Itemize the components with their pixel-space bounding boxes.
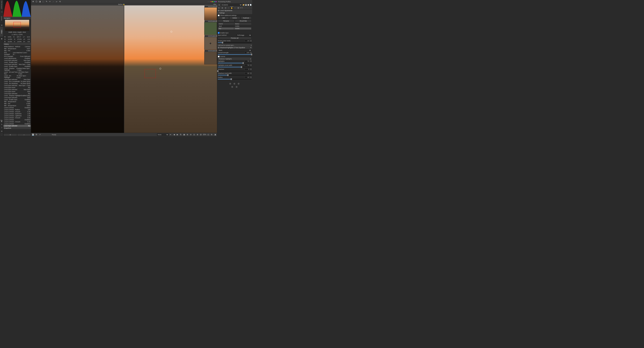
add-detail-icon[interactable]: ⊕ bbox=[186, 133, 189, 136]
close-icon[interactable]: ✕ bbox=[216, 36, 217, 37]
zoom-in-icon[interactable]: ⊕ bbox=[209, 21, 210, 22]
history-row[interactable]: Local - Shadow HighlightEnabled (New Spo… bbox=[3, 68, 31, 71]
tab-file-browser[interactable]: File Browser bbox=[0, 0, 3, 10]
snapshot-add-button[interactable]: + bbox=[3, 134, 17, 136]
history-row[interactable]: Local - Enable SpotEnabled bbox=[3, 62, 31, 64]
profile-save-icon[interactable]: 💾 bbox=[245, 4, 247, 6]
zoom-out-icon[interactable]: ⊖ bbox=[208, 50, 209, 52]
history-row[interactable]: PP3 changedFrom clipboard bbox=[3, 55, 31, 57]
shadows-value[interactable]: 0 bbox=[244, 68, 250, 70]
zoom-100-icon[interactable]: ⊡ bbox=[211, 21, 212, 22]
h-tonal-slider[interactable] bbox=[218, 67, 252, 68]
new-detail-window-icon[interactable]: ⧉ bbox=[210, 133, 213, 136]
highlights-value[interactable]: 75 bbox=[244, 60, 250, 62]
zoom-in-icon[interactable]: ⊕ bbox=[209, 50, 210, 52]
tab-transform-icon[interactable]: ⬚ bbox=[234, 6, 236, 9]
straighten-icon[interactable]: ⟋ bbox=[52, 0, 54, 3]
help-icon[interactable]: ? bbox=[0, 126, 3, 130]
history-row[interactable]: WB - Tint0.850 bbox=[3, 50, 31, 52]
shadows-slider[interactable] bbox=[218, 71, 252, 72]
hand-tool-icon[interactable]: ✥ bbox=[32, 0, 34, 3]
history-row[interactable]: PP3 changedAuto-Matched Curve - IS... bbox=[3, 52, 31, 55]
history-row[interactable]: Local Contrast - Amount0.15 bbox=[3, 121, 31, 123]
metadata-icon[interactable]: ✎ bbox=[0, 123, 3, 126]
fullscreen-icon[interactable]: ⛶ bbox=[0, 133, 3, 136]
close-icon[interactable]: ✕ bbox=[216, 21, 217, 22]
wb-picker-icon[interactable]: ✎ bbox=[45, 0, 48, 3]
spot-row[interactable]: skyVisible bbox=[218, 28, 251, 30]
save-icon[interactable]: 💾 bbox=[32, 133, 34, 136]
history-row[interactable]: White Balance - MethodCamera bbox=[3, 46, 31, 48]
snapshot-delete-button[interactable]: − bbox=[17, 134, 31, 136]
show-additional-checkbox[interactable] bbox=[218, 14, 220, 16]
add-tool-expander[interactable]: Add tool to current spot...▾ bbox=[217, 44, 252, 46]
overall-value[interactable]: 100 bbox=[244, 52, 250, 54]
zoom-in-icon[interactable]: ⊕ bbox=[196, 133, 199, 136]
crop-icon[interactable]: ✂ bbox=[48, 0, 51, 3]
zoom-out-icon[interactable]: ⊖ bbox=[190, 133, 192, 136]
history-row[interactable]: Local Spot selectedNew Spot bbox=[3, 59, 31, 62]
tab-exposure-icon[interactable]: ◐ bbox=[218, 6, 220, 9]
s-tonal-slider[interactable] bbox=[218, 75, 252, 76]
history-row[interactable]: Local ContrastEnabled bbox=[3, 123, 31, 125]
aperture-icon[interactable]: ◉ bbox=[0, 37, 3, 40]
detail-window-1[interactable]: ⊖⊕⊡100%✕ bbox=[204, 8, 217, 20]
rotate-icon[interactable]: ⟲ bbox=[58, 0, 61, 3]
close-icon[interactable]: ✕ bbox=[216, 50, 217, 52]
shadows-highlights-expander[interactable]: Shadows Highlights▾ bbox=[218, 58, 252, 60]
profile-select[interactable]: (Custom) bbox=[221, 4, 242, 6]
history-row[interactable]: Local - Enable SpotEnabled bbox=[3, 98, 31, 101]
history-row[interactable]: WB - Temperature5400 bbox=[3, 101, 31, 103]
tab-meta-icon[interactable]: META bbox=[240, 6, 243, 9]
preferences-icon[interactable]: ⚙ bbox=[0, 130, 3, 133]
history-row[interactable]: Local Spot nameland bbox=[3, 90, 31, 92]
rename-button[interactable]: Rename bbox=[218, 20, 234, 22]
spot-method-select[interactable]: Full image bbox=[236, 34, 252, 36]
zoom-out-icon[interactable]: ⊖ bbox=[208, 6, 209, 8]
sync-icon[interactable]: ⇅ bbox=[180, 133, 182, 136]
info-icon[interactable]: ⓘ bbox=[35, 0, 38, 3]
zoom-fit-icon[interactable]: ⊡ bbox=[193, 133, 196, 136]
history-row[interactable]: Local - Shadow HighlightEnabled (sky) bbox=[3, 94, 31, 96]
power-icon[interactable]: ⏻ bbox=[218, 10, 219, 12]
zoom-out-icon[interactable]: ⊖ bbox=[208, 36, 209, 37]
settings-header[interactable]: Settings bbox=[217, 12, 252, 14]
sh-tool-header[interactable]: ⏻ Shadows/Highlights & Tone Equalizer ✕ bbox=[217, 46, 252, 49]
navigator-thumbnail[interactable] bbox=[5, 20, 29, 31]
color-labels[interactable] bbox=[208, 1, 218, 2]
s-tonal-value[interactable]: 30 bbox=[244, 72, 250, 74]
history-row[interactable]: Local ContrastEnabled bbox=[3, 119, 31, 121]
history-row[interactable]: Local - SH Highlight75 (New Spot - Copy) bbox=[3, 75, 31, 78]
history-row[interactable]: Local Spot selectedNew Spot bbox=[3, 88, 31, 90]
history-row[interactable]: Local Spot selectedNew Spot - Copy bbox=[3, 64, 31, 66]
zoom-in-icon[interactable]: ⊕ bbox=[209, 36, 210, 37]
close-icon[interactable]: ✕ bbox=[216, 6, 217, 8]
history-row[interactable]: WB - Tint0.830 bbox=[3, 103, 31, 105]
nav-next-icon[interactable]: ▶ bbox=[176, 133, 179, 136]
history-row[interactable]: Local - SH H tonalwidth70 (New Spot) bbox=[3, 80, 31, 82]
history-row[interactable]: WB - Temperature5300 bbox=[3, 105, 31, 107]
tab-editor[interactable]: Editor bbox=[0, 27, 3, 37]
history-row[interactable]: Local Spot namesky bbox=[3, 86, 31, 88]
spot-row[interactable]: landVisible bbox=[218, 25, 251, 27]
tab-queue[interactable]: Queue bbox=[0, 14, 3, 24]
folder-icon[interactable]: ▭ bbox=[0, 10, 3, 14]
inverse-checkbox[interactable] bbox=[218, 56, 220, 57]
queue-put-icon[interactable]: ⚙ bbox=[35, 133, 38, 136]
history-row[interactable]: Local Contrast - Darkness1.00 bbox=[3, 113, 31, 115]
profile-load-icon[interactable]: 📂 bbox=[242, 4, 244, 6]
right-panel-toggle-icon[interactable]: ◨ bbox=[214, 133, 216, 136]
power-icon[interactable]: ⏻ bbox=[218, 47, 219, 48]
showhide-button[interactable]: Show/Hide bbox=[235, 20, 252, 22]
zoom-out-icon[interactable]: ⊖ bbox=[208, 21, 209, 22]
profile-copy-icon[interactable]: 📋 bbox=[247, 4, 249, 6]
tab-color-icon[interactable]: ◑ bbox=[224, 6, 227, 9]
zoom-100-icon[interactable]: ⊡ bbox=[211, 36, 212, 37]
detail-window-3[interactable]: ⊖⊕⊡100%✕ ✚ bbox=[204, 37, 217, 50]
history-row[interactable]: WB - Temperature5167 bbox=[3, 48, 31, 50]
preview-de-button[interactable]: Preview ΔE bbox=[218, 37, 252, 39]
duplicate-button[interactable]: Duplicate bbox=[240, 17, 252, 19]
history-row[interactable]: Local - SH Shadows40 (New Spot) bbox=[3, 82, 31, 84]
history-row[interactable]: Local Spot selectedNew Spot bbox=[3, 78, 31, 80]
tab-advanced-icon[interactable]: ⟐ bbox=[227, 6, 230, 9]
